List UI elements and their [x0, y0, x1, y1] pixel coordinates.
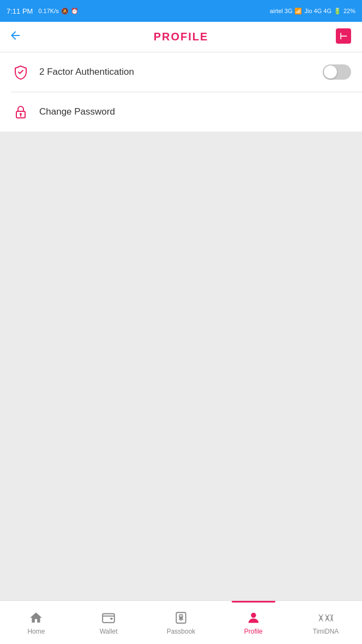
- nav-item-home[interactable]: Home: [0, 601, 73, 644]
- home-icon: [28, 610, 44, 625]
- back-button[interactable]: [9, 29, 22, 45]
- nav-label-wallet: Wallet: [100, 628, 118, 635]
- shield-icon: [11, 62, 31, 82]
- status-bar: 7:11 PM 0.17K/s 🔕 ⏰ airtel 3G 📶 Jio 4G 4…: [0, 0, 362, 22]
- two-factor-label: 2 Factor Authentication: [39, 67, 323, 77]
- svg-text:⊢: ⊢: [340, 32, 347, 41]
- nav-item-passbook[interactable]: Passbook: [145, 601, 218, 644]
- two-factor-toggle[interactable]: [323, 64, 351, 80]
- mute-icon: 🔕: [61, 8, 69, 15]
- nav-item-profile[interactable]: Profile: [217, 601, 289, 644]
- settings-list: 2 Factor Authentication Change Password: [0, 52, 362, 132]
- page-title: PROFILE: [154, 31, 209, 43]
- status-bar-left: 7:11 PM 0.17K/s 🔕 ⏰: [7, 7, 79, 15]
- status-time: 7:11 PM: [7, 7, 33, 15]
- nav-label-passbook: Passbook: [167, 628, 196, 635]
- nav-item-wallet[interactable]: Wallet: [73, 601, 145, 644]
- nav-label-timidna: TimiDNA: [313, 628, 339, 635]
- change-password-label: Change Password: [39, 106, 351, 117]
- svg-rect-5: [102, 613, 114, 622]
- carrier2: Jio 4G 4G: [304, 8, 331, 14]
- svg-rect-6: [110, 618, 112, 619]
- profile-icon: [246, 610, 261, 625]
- nav-label-profile: Profile: [244, 628, 263, 635]
- bottom-nav: Home Wallet Passbook: [0, 600, 362, 644]
- gray-area: [0, 132, 362, 610]
- logout-icon[interactable]: ⊢: [334, 26, 353, 48]
- timidna-icon: [318, 610, 334, 625]
- svg-point-8: [251, 612, 256, 617]
- status-bar-right: airtel 3G 📶 Jio 4G 4G 🔋 22%: [270, 8, 355, 15]
- two-factor-item[interactable]: 2 Factor Authentication: [0, 52, 362, 92]
- carrier1: airtel 3G: [270, 8, 293, 14]
- header: PROFILE ⊢: [0, 22, 362, 52]
- signal-icon: 📶: [294, 8, 302, 15]
- nav-label-home: Home: [27, 628, 45, 635]
- nav-item-timidna[interactable]: TimiDNA: [289, 601, 362, 644]
- passbook-icon: [173, 610, 189, 625]
- lock-icon: [11, 102, 31, 122]
- battery-icon: 🔋: [334, 8, 341, 15]
- status-network: 0.17K/s: [38, 8, 58, 14]
- alarm-icon: ⏰: [71, 8, 79, 15]
- change-password-item[interactable]: Change Password: [0, 92, 362, 132]
- wallet-icon: [101, 610, 116, 625]
- battery-level: 22%: [343, 8, 355, 14]
